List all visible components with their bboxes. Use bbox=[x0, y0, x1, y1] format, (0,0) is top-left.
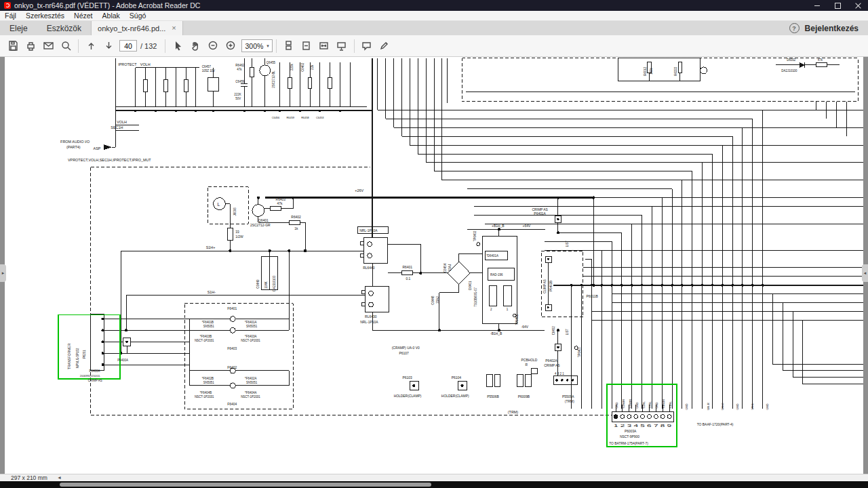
schematic-label: C6453 bbox=[316, 116, 324, 119]
schematic-label: R6012 bbox=[644, 66, 647, 76]
fit-width-icon bbox=[318, 40, 330, 52]
read-mode-button[interactable] bbox=[333, 37, 351, 55]
select-tool-button[interactable] bbox=[169, 37, 186, 55]
schematic-label: 50V bbox=[235, 97, 241, 100]
minimize-button[interactable] bbox=[807, 0, 827, 11]
print-button[interactable] bbox=[22, 37, 39, 55]
print-icon bbox=[25, 40, 37, 52]
schematic-label: ASP bbox=[94, 146, 101, 150]
schematic-label: *F6404B bbox=[200, 391, 212, 394]
schematic-label: 2 bbox=[490, 308, 492, 311]
continuous-scroll-icon bbox=[283, 40, 294, 52]
schematic-label: GND bbox=[615, 402, 618, 408]
comment-button[interactable] bbox=[358, 37, 376, 55]
arrow-up-icon bbox=[85, 40, 97, 52]
toolbar-separator bbox=[165, 39, 165, 53]
schematic-label: CRIMP AS bbox=[544, 364, 560, 367]
close-icon bbox=[855, 3, 861, 9]
previous-page-button[interactable] bbox=[82, 37, 100, 55]
fit-width-button[interactable] bbox=[315, 37, 333, 55]
schematic-label: TS10B60G-07 bbox=[474, 287, 477, 307]
schematic-label: TP6402 bbox=[473, 230, 477, 241]
schematic-label: P6402A bbox=[545, 359, 557, 363]
next-page-button[interactable] bbox=[100, 37, 117, 55]
schematic-label: P6201 bbox=[83, 350, 86, 359]
menu-item-view[interactable]: Nézet bbox=[69, 12, 97, 20]
menu-item-file[interactable]: Fájl bbox=[0, 12, 21, 20]
single-page-button[interactable] bbox=[298, 37, 315, 55]
menu-item-edit[interactable]: Szerkesztés bbox=[21, 12, 69, 20]
close-button[interactable] bbox=[848, 0, 868, 11]
schematic-label: F6403 bbox=[227, 347, 237, 350]
scrollbar-thumb[interactable] bbox=[60, 483, 431, 487]
schematic-label: +64V bbox=[523, 224, 531, 228]
schematic-label: GND bbox=[766, 403, 769, 409]
tab-tools[interactable]: Eszközök bbox=[37, 21, 91, 35]
schematic-label: L bbox=[218, 202, 220, 207]
highlighter-pen-icon bbox=[378, 40, 390, 52]
save-button[interactable] bbox=[4, 37, 22, 55]
maximize-button[interactable] bbox=[827, 0, 848, 11]
schematic-label: C6459 bbox=[235, 80, 245, 83]
hand-tool-button[interactable] bbox=[186, 37, 204, 55]
schematic-label: UN-L bbox=[751, 403, 754, 409]
schematic-label: PCBHOLD bbox=[521, 359, 538, 362]
schematic-label: DA2J10100 bbox=[273, 275, 276, 291]
schematic-label: S1RBR bbox=[662, 399, 665, 409]
schematic-label: NSCT-1P2031 bbox=[195, 339, 214, 342]
left-panel-toggle[interactable]: ▸ bbox=[0, 264, 6, 282]
sign-in-button[interactable]: Bejelentkezés bbox=[805, 24, 859, 33]
email-button[interactable] bbox=[39, 37, 57, 55]
page-number-input[interactable] bbox=[119, 40, 137, 52]
schematic-label: R6402 bbox=[291, 216, 301, 219]
schematic-label: VOLH bbox=[140, 62, 151, 66]
search-button[interactable] bbox=[57, 37, 75, 55]
page-size-label: 297 x 210 mm bbox=[11, 474, 47, 481]
search-icon bbox=[60, 40, 72, 52]
schematic-label: CRIMP AS bbox=[88, 379, 102, 382]
schematic-label: *F6401B bbox=[202, 321, 214, 324]
schematic-label: GND bbox=[736, 403, 739, 409]
title-bar: onkyo_tx-nr646.pdf (VÉDETT) - Adobe Acro… bbox=[0, 0, 868, 11]
schematic-label: FROM AUDIO I/O bbox=[60, 140, 90, 144]
schematic-label: S2RBR bbox=[629, 399, 632, 409]
schematic-label: F6404 bbox=[227, 403, 237, 406]
schematic-label: SN5051 bbox=[203, 381, 215, 384]
schematic-label: (CRAMP) UA-0 V0 bbox=[392, 346, 420, 350]
main-toolbar: / 132 300% ▾ bbox=[0, 35, 868, 57]
schematic-label: SN5051 bbox=[246, 381, 258, 384]
horizontal-scrollbar[interactable] bbox=[0, 481, 868, 488]
highlight-button[interactable] bbox=[376, 37, 393, 55]
help-icon[interactable]: ? bbox=[789, 23, 800, 33]
tab-home[interactable]: Eleje bbox=[0, 21, 37, 35]
schematic-label: P5506B bbox=[487, 395, 499, 399]
schematic-label: TP6401 bbox=[515, 314, 519, 325]
schematic-label: Q6401 bbox=[258, 219, 269, 222]
continuous-scroll-button[interactable] bbox=[280, 37, 298, 55]
highlight-annotations[interactable] bbox=[58, 315, 677, 447]
tab-close-icon[interactable]: × bbox=[172, 24, 176, 32]
tab-bar: Eleje Eszközök onkyo_tx-nr646.pd... × ? … bbox=[0, 21, 868, 35]
schematic-label: 47k bbox=[818, 58, 823, 62]
scroll-left-arrow-icon[interactable]: ◄ bbox=[57, 475, 62, 480]
schematic-label: F6401 bbox=[227, 307, 237, 310]
schematic-label: 1 2 3 4 5 6 7 8 9 bbox=[614, 424, 672, 428]
zoom-in-button[interactable] bbox=[222, 37, 239, 55]
schematic-label: NSCT-1P2031 bbox=[241, 395, 260, 399]
schematic-label: C6452 bbox=[552, 326, 555, 336]
schematic-label: HOLDER(CLAMP) bbox=[441, 394, 469, 398]
tab-document[interactable]: onkyo_tx-nr646.pd... × bbox=[91, 21, 183, 35]
schematic-label: C6448 bbox=[431, 296, 435, 305]
menu-item-help[interactable]: Súgó bbox=[125, 12, 151, 20]
schematic-label: 2SC2712-GR bbox=[250, 224, 271, 227]
zoom-out-button[interactable] bbox=[204, 37, 222, 55]
right-panel-toggle[interactable]: ◂ bbox=[862, 264, 868, 282]
schematic-label: *F6403B bbox=[200, 335, 212, 338]
menu-item-window[interactable]: Ablak bbox=[98, 12, 125, 20]
pdf-page[interactable]: IPROTECTVOLHC6457105Z 10VR646247kC645922… bbox=[5, 57, 863, 474]
zoom-level-dropdown[interactable]: 300% ▾ bbox=[241, 39, 272, 52]
schematic-label: P5509A bbox=[562, 395, 574, 399]
schematic-label: Q6455 bbox=[267, 61, 276, 64]
comment-bubble-icon bbox=[361, 40, 372, 52]
schematic-label: R6403 bbox=[276, 198, 286, 201]
